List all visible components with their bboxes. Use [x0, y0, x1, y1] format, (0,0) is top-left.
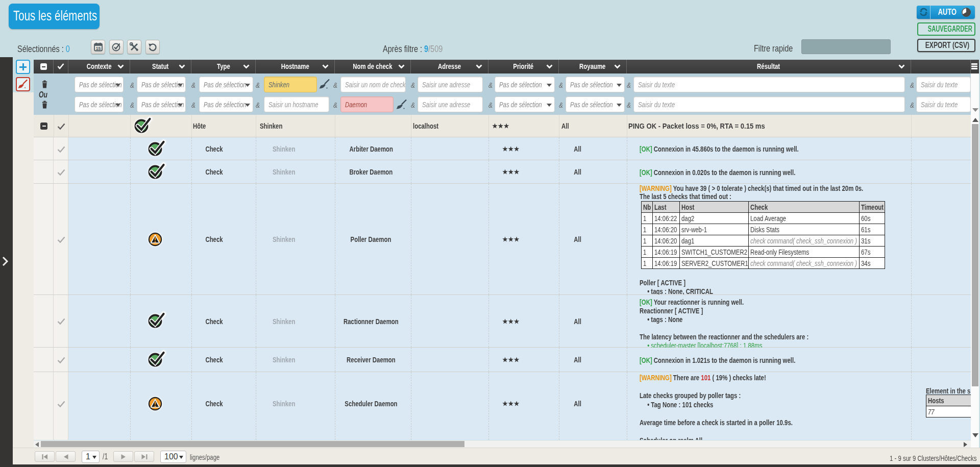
svg-text:15: 15	[96, 46, 101, 51]
